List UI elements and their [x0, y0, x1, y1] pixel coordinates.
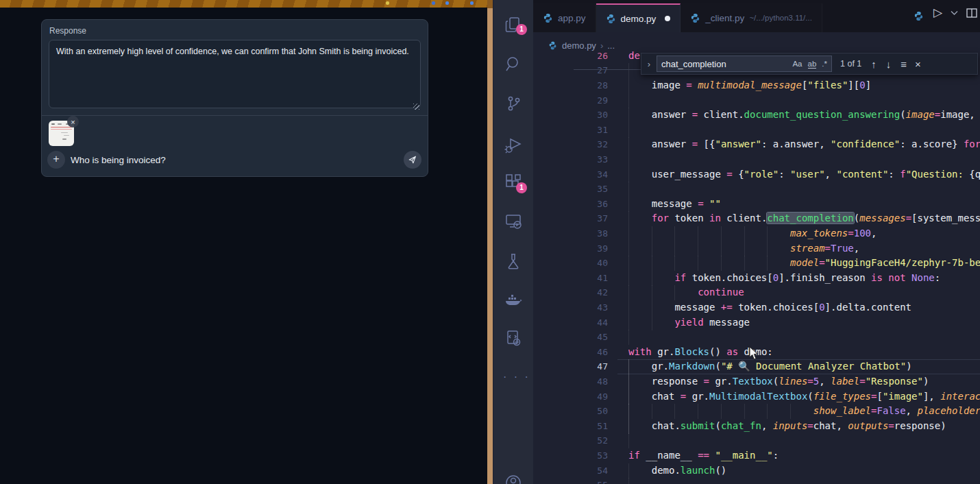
run-dropdown-chevron-icon[interactable]: [951, 10, 958, 16]
resize-handle-icon[interactable]: [413, 104, 419, 110]
favicon-dot: [445, 1, 449, 5]
code-line[interactable]: [628, 93, 980, 108]
indent-guide: [628, 137, 629, 152]
run-file-button[interactable]: ▷: [933, 5, 942, 20]
python-file-icon[interactable]: [914, 11, 924, 21]
split-editor-icon[interactable]: [966, 8, 977, 19]
indent-guide: [744, 256, 745, 271]
code-line[interactable]: chat = gr.MultimodalTextbox(file_types=[…: [628, 389, 980, 404]
submit-button[interactable]: [404, 151, 421, 169]
tab-label: demo.py: [621, 14, 657, 24]
code-line[interactable]: answer = client.document_question_answer…: [628, 108, 980, 123]
code-line[interactable]: show_label=False, placeholder=: [628, 404, 980, 419]
more-actions-icon[interactable]: · · ·: [503, 371, 530, 383]
indent-guide: [628, 271, 629, 286]
next-match-button[interactable]: ↓: [886, 58, 892, 70]
chat-input-text[interactable]: Who is being invoiced?: [71, 155, 166, 165]
line-number: 38: [574, 226, 608, 241]
code-line[interactable]: image = multimodal_message["files"][0]: [628, 78, 980, 93]
code-line[interactable]: stream=True,: [628, 241, 980, 256]
code-line[interactable]: gr.Markdown("# 🔍 Document Analyzer Chatb…: [628, 359, 980, 374]
account-icon[interactable]: [504, 474, 523, 484]
breadcrumb-symbol[interactable]: ...: [607, 40, 615, 51]
line-number: 27: [574, 63, 608, 78]
line-number: 28: [574, 78, 608, 93]
indent-guide: [628, 419, 629, 434]
indent-guide: [674, 256, 675, 271]
code-editor[interactable]: demo.py › ... 26272829303132333435363738…: [533, 49, 980, 484]
code-line[interactable]: [628, 123, 980, 138]
add-file-button[interactable]: +: [47, 151, 65, 169]
indent-guide: [628, 123, 629, 138]
response-textbox[interactable]: [49, 40, 421, 108]
indent-guide: [674, 404, 675, 419]
find-input-box[interactable]: Aa ab .*: [657, 56, 832, 72]
whole-word-toggle[interactable]: ab: [808, 60, 817, 69]
python-file-icon: [606, 14, 616, 24]
favicon-dot: [432, 1, 435, 5]
line-number: 41: [574, 271, 608, 286]
code-line[interactable]: if __name__ == "__main__":: [628, 448, 980, 463]
code-line[interactable]: for token in client.chat_completion(mess…: [628, 211, 980, 226]
code-line[interactable]: answer = [{"answer": a.answer, "confiden…: [628, 137, 980, 152]
code-line[interactable]: continue: [628, 285, 980, 300]
code-line[interactable]: response = gr.Textbox(lines=5, label="Re…: [628, 374, 980, 389]
tab-client-py[interactable]: _client.py ~/.../python3.11/...: [681, 3, 822, 32]
line-number: 37: [574, 211, 608, 226]
code-line[interactable]: if token.choices[0].finish_reason is not…: [628, 271, 980, 286]
indent-guide: [674, 226, 675, 241]
code-line[interactable]: [628, 330, 980, 345]
remote-explorer-icon[interactable]: [504, 212, 523, 231]
indent-guide: [652, 241, 652, 256]
line-number: 43: [574, 300, 608, 315]
find-in-selection-button[interactable]: ≡: [901, 58, 907, 70]
match-case-toggle[interactable]: Aa: [792, 60, 802, 68]
tab-demo-py[interactable]: demo.py: [596, 3, 681, 32]
regex-toggle[interactable]: .*: [822, 60, 827, 68]
indent-guide: [628, 359, 629, 374]
indent-guide: [721, 241, 722, 256]
find-input[interactable]: [661, 59, 787, 69]
indent-guide: [628, 478, 629, 484]
indent-guide: [652, 271, 652, 286]
unsaved-dot-icon[interactable]: [665, 16, 670, 21]
code-line[interactable]: message = "": [628, 197, 980, 212]
toggle-replace-chevron-icon[interactable]: ›: [641, 59, 657, 69]
mouse-cursor: [749, 346, 759, 361]
python-file-icon: [548, 41, 558, 50]
code-line[interactable]: user_message = {"role": "user", "content…: [628, 167, 980, 182]
code-line[interactable]: [628, 433, 980, 448]
favicon-dot: [470, 1, 474, 5]
code-line[interactable]: max_tokens=100,: [628, 226, 980, 241]
indent-guide: [628, 433, 629, 448]
search-icon[interactable]: [504, 54, 523, 73]
code-line[interactable]: demo.launch(): [628, 463, 980, 479]
code-line[interactable]: with gr.Blocks() as demo:: [628, 345, 980, 360]
paper-plane-icon: [408, 155, 417, 165]
window-divider[interactable]: [487, 0, 493, 484]
dev-container-icon[interactable]: [504, 328, 523, 348]
code-line[interactable]: message += token.choices[0].delta.conten…: [628, 300, 980, 315]
line-number: 29: [574, 93, 608, 108]
multimodal-textbox[interactable]: × + Who is being invoiced?: [42, 115, 428, 176]
line-number: 53: [574, 448, 608, 463]
indent-guide: [767, 226, 768, 241]
previous-match-button[interactable]: ↑: [871, 58, 877, 70]
line-number: 39: [574, 241, 608, 256]
tab-app-py[interactable]: app.py: [533, 3, 596, 32]
run-debug-icon[interactable]: [504, 136, 523, 155]
code-line[interactable]: [628, 152, 980, 167]
indent-guide: [628, 315, 629, 330]
code-line[interactable]: [628, 478, 980, 484]
indent-guide: [744, 226, 745, 241]
docker-icon[interactable]: [504, 291, 523, 310]
code-line[interactable]: [628, 182, 980, 197]
close-find-button[interactable]: ×: [915, 58, 921, 70]
source-control-icon[interactable]: [504, 94, 523, 113]
code-line[interactable]: model="HuggingFaceH4/zephyr-7b-beta",: [628, 256, 980, 271]
remove-image-button[interactable]: ×: [67, 116, 79, 128]
testing-flask-icon[interactable]: [504, 252, 523, 271]
code-line[interactable]: yield message: [628, 315, 980, 330]
code-line[interactable]: chat.submit(chat_fn, inputs=chat, output…: [628, 419, 980, 434]
indent-guide: [721, 226, 722, 241]
